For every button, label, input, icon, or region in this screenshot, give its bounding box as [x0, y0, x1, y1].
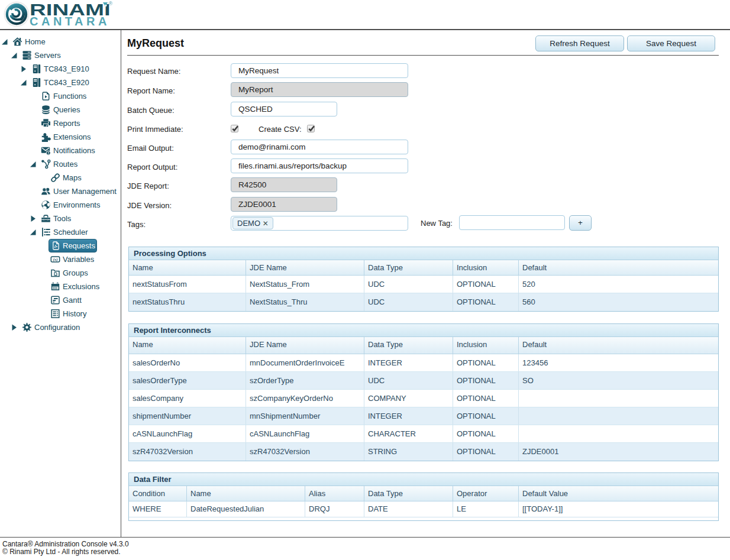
svg-text:(x): (x) — [53, 257, 57, 262]
